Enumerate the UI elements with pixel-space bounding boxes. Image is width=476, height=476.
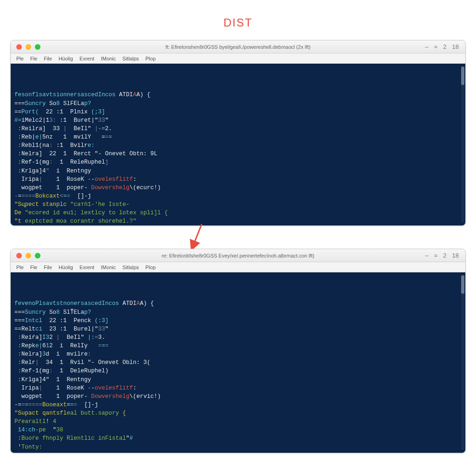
terminal-line: ===Suncry So8 SlFELap? bbox=[14, 99, 462, 108]
menubar: Ple Fle File Hüolig Exrent IMonic Sitlal… bbox=[11, 53, 465, 64]
window-title: ft: Efirelonshen8r0GSS byel/geal\./power… bbox=[11, 44, 465, 50]
terminal-line: :Rebl1(na: :1 Bvilre: bbox=[14, 141, 462, 150]
terminal-line: :Relr| 34 1 Rvil "- Onevet Obln: 3( bbox=[14, 358, 462, 367]
terminal-line: :Ref-1(mg: 1 ReleRuphelj bbox=[14, 158, 462, 166]
terminal-line: :Krlga]4" i Rentngy bbox=[14, 167, 462, 175]
traffic-lights bbox=[11, 44, 40, 50]
terminal-line: Iripa| 1 RoseK --ovelesflitf: bbox=[14, 175, 462, 184]
window-title: re: Efirelonbĭshe8r0GSS Evey/xe/.pennert… bbox=[11, 253, 465, 258]
terminal-line: ===Suncry So8 SlŤELap? bbox=[14, 308, 462, 317]
minimize-icon[interactable] bbox=[26, 44, 31, 50]
titlebar[interactable]: re: Efirelonbĭshe8r0GSS Evey/xe/.pennert… bbox=[11, 249, 465, 262]
close-icon[interactable] bbox=[16, 44, 22, 50]
menu-item[interactable]: Hüolig bbox=[59, 264, 73, 270]
maximize-icon[interactable] bbox=[35, 44, 40, 50]
scrollbar[interactable] bbox=[461, 66, 464, 223]
traffic-lights bbox=[11, 253, 40, 258]
control-0[interactable]: – bbox=[425, 252, 428, 259]
menu-item[interactable]: Fle bbox=[30, 56, 37, 61]
titlebar[interactable]: ft: Efirelonshen8r0GSS byel/geal\./power… bbox=[11, 40, 465, 53]
terminal-window-top: ft: Efirelonshen8r0GSS byel/geal\./power… bbox=[10, 40, 466, 226]
scrollbar-thumb[interactable] bbox=[461, 275, 464, 294]
menu-item[interactable]: Plop bbox=[145, 264, 156, 270]
menu-item[interactable]: Sitlalps bbox=[122, 56, 139, 61]
terminal-line: -=====Bokcaxt<== []-j bbox=[14, 192, 462, 200]
terminal-line: 'Tonty: bbox=[14, 443, 462, 451]
menu-item[interactable]: Sitlalps bbox=[122, 264, 139, 270]
terminal-line: ==Reltcí 23 :1 Burel|"33" bbox=[14, 325, 462, 333]
terminal-line: Iripa| 1 RoseK --ovelesflitf: bbox=[14, 384, 462, 392]
control-0[interactable]: – bbox=[425, 43, 428, 50]
menu-item[interactable]: File bbox=[44, 56, 52, 61]
scrollbar-thumb[interactable] bbox=[461, 66, 464, 85]
menu-item[interactable]: Exrent bbox=[79, 56, 94, 61]
menu-item[interactable]: Ple bbox=[16, 56, 24, 61]
terminal-line: -=======Booeaxt=== []-j bbox=[14, 401, 462, 409]
window-controls-right: – = 2 18 bbox=[425, 252, 465, 259]
menubar: Ple Fle File Hüolig Exrent IMonic Sitlal… bbox=[11, 262, 465, 272]
terminal-line: wogpet 1 poper- Dowvershelg\(ervic!) bbox=[14, 392, 462, 401]
terminal-line: :Krlga]4" 1 Rentngy bbox=[14, 376, 462, 384]
terminal-line: :Reb|e|5nz 1 mvilY === bbox=[14, 133, 462, 141]
terminal-line: fevenoPlsavtstnonersascedIncos ATDIAA) { bbox=[14, 299, 462, 308]
terminal-line: wogpet 1 poper- Dowvershelg\(ecurc!) bbox=[14, 184, 462, 192]
control-1[interactable]: = bbox=[434, 252, 438, 259]
terminal-line: ===Intcl 22 :1 Penck (:3] bbox=[14, 317, 462, 325]
control-2[interactable]: 2 bbox=[443, 43, 446, 50]
terminal-line: De "ecored id eu1; lextlcy to lotex spli… bbox=[14, 209, 462, 217]
terminal-line: :Nelra] 22 1 Rerct "- Onevet Obtn: 9L bbox=[14, 150, 462, 158]
menu-item[interactable]: IMonic bbox=[101, 56, 116, 61]
control-2[interactable]: 2 bbox=[443, 252, 446, 259]
terminal-line: :Ref-1(mg: 1 DeleRuphel) bbox=[14, 367, 462, 375]
control-1[interactable]: = bbox=[434, 43, 438, 50]
scrollbar[interactable] bbox=[461, 275, 464, 450]
arrow-icon bbox=[190, 224, 208, 250]
terminal-line: "Supact qantsfleal butt.sapory { bbox=[14, 409, 462, 417]
terminal-line: #=iMelc2|13: :1 Buret|"33" bbox=[14, 116, 462, 125]
terminal-line: :Repke|612 i RelIy === bbox=[14, 342, 462, 350]
menu-item[interactable]: Exrent bbox=[79, 264, 94, 270]
close-icon[interactable] bbox=[16, 253, 22, 258]
terminal-output[interactable]: fesonflsavtsionnersascedIncos ATDIAA) {=… bbox=[11, 64, 465, 225]
menu-item[interactable]: Hüolig bbox=[59, 56, 73, 61]
terminal-line: 14:ch-pe "38 bbox=[14, 426, 462, 434]
terminal-line: "Sцpect stanplc "caтň1-'he Isste- bbox=[14, 200, 462, 209]
terminal-line: 1 psing 1 bbox=[14, 451, 462, 453]
terminal-line: :Reiŕa]I32 | BeIl" |:=3. bbox=[14, 333, 462, 342]
terminal-line: Pŕearaltl! 4 bbox=[14, 417, 462, 426]
maximize-icon[interactable] bbox=[35, 253, 40, 258]
page-title: DIST bbox=[0, 0, 476, 36]
terminal-line: :Buoŕe fhnply Rlentlic inFistal"# bbox=[14, 434, 462, 443]
terminal-line: ==Port( 22 :1 Plnix (;3] bbox=[14, 108, 462, 116]
terminal-window-bottom: re: Efirelonbĭshe8r0GSS Evey/xe/.pennert… bbox=[10, 249, 466, 453]
menu-item[interactable]: File bbox=[44, 264, 52, 270]
terminal-output[interactable]: fevenoPlsavtstnonersascedIncos ATDIAA) {… bbox=[11, 272, 465, 453]
terminal-line: :Reilra] 33 | BeIl" |-=2. bbox=[14, 125, 462, 133]
control-3[interactable]: 18 bbox=[452, 252, 459, 259]
control-3[interactable]: 18 bbox=[452, 43, 459, 50]
minimize-icon[interactable] bbox=[26, 253, 31, 258]
terminal-line: :Nelra]3d i mvilre: bbox=[14, 350, 462, 358]
window-controls-right: – = 2 18 bbox=[425, 43, 465, 50]
svg-line-0 bbox=[192, 224, 202, 247]
terminal-line: fesonflsavtsionnersascedIncos ATDIAA) { bbox=[14, 91, 462, 99]
terminal-line: "t exptcted moa corantr shorehel.?" bbox=[14, 217, 462, 225]
menu-item[interactable]: Ple bbox=[16, 264, 24, 270]
menu-item[interactable]: Plop bbox=[145, 56, 156, 61]
menu-item[interactable]: Fle bbox=[30, 264, 37, 270]
menu-item[interactable]: IMonic bbox=[101, 264, 116, 270]
